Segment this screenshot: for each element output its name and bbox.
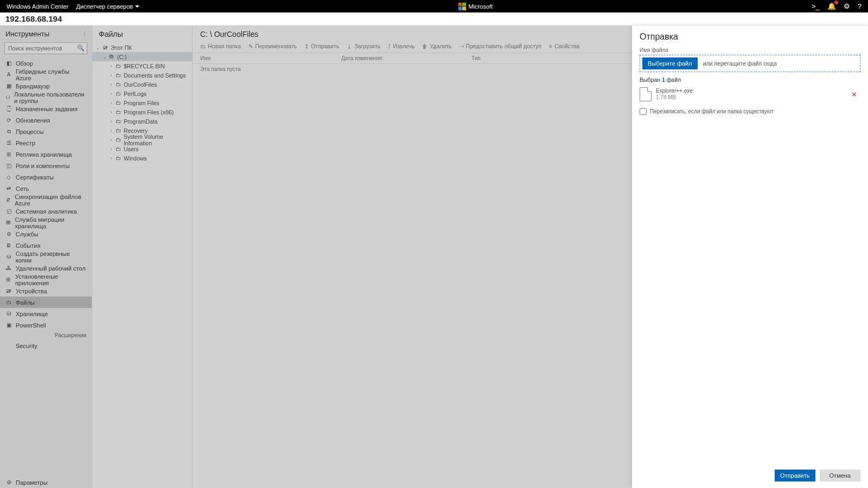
tool-item[interactable]: ⊞Реплика хранилища [0,149,92,160]
tool-label: Роли и компоненты [16,163,69,169]
tool-item[interactable]: ⧉Процессы [0,126,92,137]
context-dropdown[interactable]: Диспетчер серверов [76,3,139,10]
settings-icon[interactable]: ⚙ [844,2,850,10]
toolbar-label: Загрузить [354,43,380,49]
brand-text: Microsoft [469,3,493,10]
tree-folder[interactable]: ›🗀ProgramData [92,117,192,126]
tool-item[interactable]: Security [0,340,92,351]
toolbar-label: Извлечь [393,43,414,49]
tool-item[interactable]: 🖧Удаленный рабочий стол [0,262,92,274]
help-icon[interactable]: ? [858,2,861,10]
toolbar-label: Удалить [430,43,451,49]
tool-item[interactable]: ◧Обзор [0,57,92,69]
tree-folder-label: $RECYCLE.BIN [124,63,165,69]
submit-button[interactable]: Отправить [775,470,815,481]
tools-search-input[interactable] [4,42,87,54]
toolbar-label: Новая папка [208,43,241,49]
toolbar-icon: ⤴ [388,43,391,49]
product-name[interactable]: Windows Admin Center [7,3,68,10]
tool-item[interactable]: ☰Реестр [0,137,92,149]
tool-item[interactable]: ⛁Создать резервные копии [0,251,92,262]
toolbar-button[interactable]: 🗑Удалить [422,43,451,49]
tree-folder[interactable]: ›🗀Documents and Settings [92,70,192,80]
top-bar: Windows Admin Center Диспетчер серверов … [0,0,868,12]
microsoft-logo-icon [458,3,466,10]
tool-item[interactable]: ⌚Назначенные задания [0,103,92,114]
tool-item[interactable]: ⇄Сеть [0,183,92,194]
toolbar-button[interactable]: ≡Свойства [549,43,579,49]
toolbar-button[interactable]: ✎Переименовать [248,43,297,49]
tool-item[interactable]: ⚙Службы [0,228,92,240]
toolbar-button[interactable]: 🗀Новая папка [200,43,241,49]
tool-item[interactable]: 🖳Устройства [0,285,92,297]
tree-folder[interactable]: ›🗀Program Files [92,98,192,107]
tool-item[interactable]: ⇵Синхронизация файлов Azure [0,194,92,206]
tree-folder-label: OurCoolFiles [124,81,157,88]
col-name[interactable]: Имя [200,55,341,61]
tool-icon: 🗎 [5,242,12,249]
toolbar-button[interactable]: ⇢Предоставить общий доступ [459,43,542,49]
tool-label: Гибридные службы Azure [16,68,86,81]
tool-item[interactable]: AГибридные службы Azure [0,69,92,80]
tool-label: Создать резервные копии [16,251,86,264]
tool-item[interactable]: ⊞Установленные приложения [0,274,92,285]
tool-item[interactable]: ⚇Локальные пользователи и группы [0,92,92,103]
collapse-tools-icon[interactable]: 〈 [80,30,86,38]
toolbar-label: Отправить [311,43,339,49]
tool-icon: ⚙ [5,231,12,237]
tool-item[interactable]: ◱Системная аналитика [0,206,92,217]
tool-label: События [16,242,40,249]
tool-icon: ◧ [5,60,12,67]
file-icon [640,87,652,101]
overwrite-label: Перезаписать, если файл или папка сущест… [650,108,774,114]
toolbar-button[interactable]: ↥Отправить [304,43,339,49]
overwrite-checkbox-row[interactable]: Перезаписать, если файл или папка сущест… [640,108,860,115]
search-icon[interactable]: 🔍 [77,44,85,52]
tree-folder[interactable]: ›🗀Program Files (x86) [92,107,192,117]
file-dropzone[interactable]: Выберите файл или перетащите файл сюда [640,55,860,72]
tool-label: Реплика хранилища [16,151,72,158]
tool-item[interactable]: ◫Роли и компоненты [0,160,92,171]
notifications-icon[interactable]: 🔔 [827,2,836,10]
toolbar-button[interactable]: ⤴Извлечь [388,43,414,49]
tree-folder[interactable]: ›🗀OurCoolFiles [92,80,192,89]
tree-folder[interactable]: ›🗀PerfLogs [92,89,192,98]
tree-drive-c[interactable]: ⌄⛃ (C:) [92,52,192,61]
file-tree-pane: Файлы ⌄🖳 Этот ПК ⌄⛃ (C:) ›🗀$RECYCLE.BIN›… [92,25,193,488]
console-icon[interactable]: >_ [812,2,820,10]
tree-folder-label: Windows [124,155,147,162]
toolbar-icon: ⭳ [347,43,352,49]
tool-label: Устройства [16,288,47,294]
tool-item[interactable]: ⛁Хранилище [0,308,92,319]
tool-label: Служба миграции хранилища [15,216,86,229]
choose-file-button[interactable]: Выберите файл [642,57,698,69]
tree-folder[interactable]: ›🗀$RECYCLE.BIN [92,61,192,70]
tool-label: Процессы [16,129,43,135]
cancel-button[interactable]: Отмена [820,470,860,481]
tool-icon: ◫ [5,163,12,169]
tool-item[interactable]: ◇Сертификаты [0,171,92,183]
tool-item[interactable]: ▦Брандмауэр [0,80,92,92]
host-address: 192.168.68.194 [5,14,62,23]
tree-root[interactable]: ⌄🖳 Этот ПК [92,43,192,52]
toolbar-label: Предоставить общий доступ [466,43,542,49]
tool-item[interactable]: ▣PowerShell [0,319,92,331]
tree-folder[interactable]: ›🗀System Volume Information [92,135,192,144]
overwrite-checkbox[interactable] [640,108,647,115]
tool-icon: ⛁ [5,254,12,260]
toolbar-label: Переименовать [255,43,297,49]
extensions-label[interactable]: Расширения [0,331,92,340]
tool-icon: ▣ [5,322,12,329]
tool-item[interactable]: ⟳Обновления [0,114,92,126]
tool-item[interactable]: ⚙Параметры [0,477,92,488]
remove-file-icon[interactable]: ✕ [848,91,860,99]
tool-item[interactable]: ⛃Служба миграции хранилища [0,217,92,228]
tool-item[interactable]: 🗎События [0,240,92,251]
toolbar-icon: ✎ [248,43,253,49]
tree-folder[interactable]: ›🗀Windows [92,153,192,163]
tool-item[interactable]: 🗀Файлы [0,297,92,308]
toolbar-icon: 🗀 [200,43,206,49]
toolbar-button[interactable]: ⭳Загрузить [347,43,380,49]
tool-icon: ⌚ [5,106,12,112]
col-modified[interactable]: Дата изменения [341,55,471,61]
